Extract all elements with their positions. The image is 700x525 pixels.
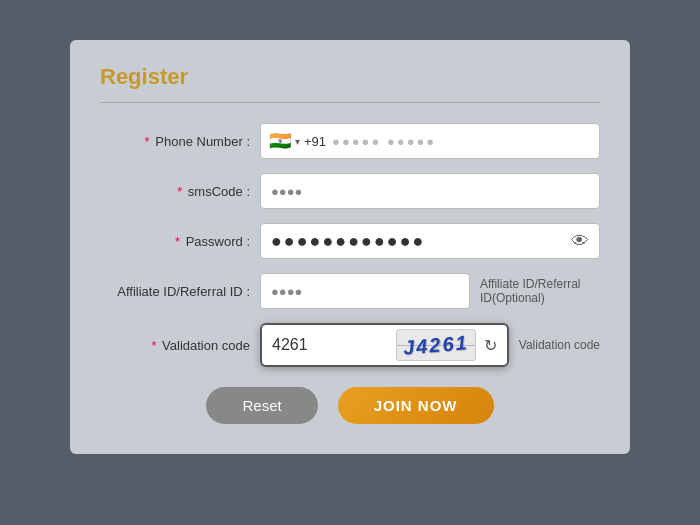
password-label: * Password : — [100, 234, 260, 249]
smscode-label: * smsCode : — [100, 184, 260, 199]
captcha-text: J4261 — [402, 331, 469, 360]
title-divider — [100, 102, 600, 103]
validation-label: * Validation code — [100, 338, 260, 353]
captcha-image: J4261 — [396, 329, 476, 361]
required-star: * — [145, 134, 150, 149]
password-dots: ●●●●●●●●●●●● — [271, 231, 571, 252]
password-row: * Password : ●●●●●●●●●●●● 👁 — [100, 223, 600, 259]
referral-input[interactable] — [260, 273, 470, 309]
referral-row: Affiliate ID/Referral ID : Affiliate ID/… — [100, 273, 600, 309]
required-star-sms: * — [177, 184, 182, 199]
refresh-icon[interactable]: ↻ — [484, 336, 497, 355]
eye-icon[interactable]: 👁 — [571, 231, 589, 252]
validation-typed-value: 4261 — [272, 336, 390, 354]
page-title: Register — [100, 64, 600, 90]
country-code: +91 — [304, 134, 326, 149]
smscode-input[interactable] — [260, 173, 600, 209]
register-modal: Register * Phone Number : 🇮🇳 ▾ +91 ●●●●●… — [70, 40, 630, 454]
join-button[interactable]: JOIN NOW — [338, 387, 494, 424]
password-input[interactable]: ●●●●●●●●●●●● 👁 — [260, 223, 600, 259]
validation-row: * Validation code 4261 J4261 ↻ Validatio… — [100, 323, 600, 367]
referral-label: Affiliate ID/Referral ID : — [100, 284, 260, 299]
validation-input-box[interactable]: 4261 J4261 ↻ — [260, 323, 509, 367]
referral-hint: Affiliate ID/Referral ID(Optional) — [480, 277, 600, 305]
validation-hint: Validation code — [519, 338, 600, 352]
chevron-down-icon: ▾ — [295, 136, 300, 147]
button-row: Reset JOIN NOW — [100, 387, 600, 424]
required-star-pwd: * — [175, 234, 180, 249]
reset-button[interactable]: Reset — [206, 387, 317, 424]
required-star-val: * — [151, 338, 156, 353]
phone-row: * Phone Number : 🇮🇳 ▾ +91 ●●●●● ●●●●● — [100, 123, 600, 159]
phone-number-text: ●●●●● ●●●●● — [332, 134, 436, 149]
smscode-row: * smsCode : — [100, 173, 600, 209]
phone-input[interactable]: 🇮🇳 ▾ +91 ●●●●● ●●●●● — [260, 123, 600, 159]
flag-icon: 🇮🇳 — [269, 130, 291, 152]
phone-label: * Phone Number : — [100, 134, 260, 149]
